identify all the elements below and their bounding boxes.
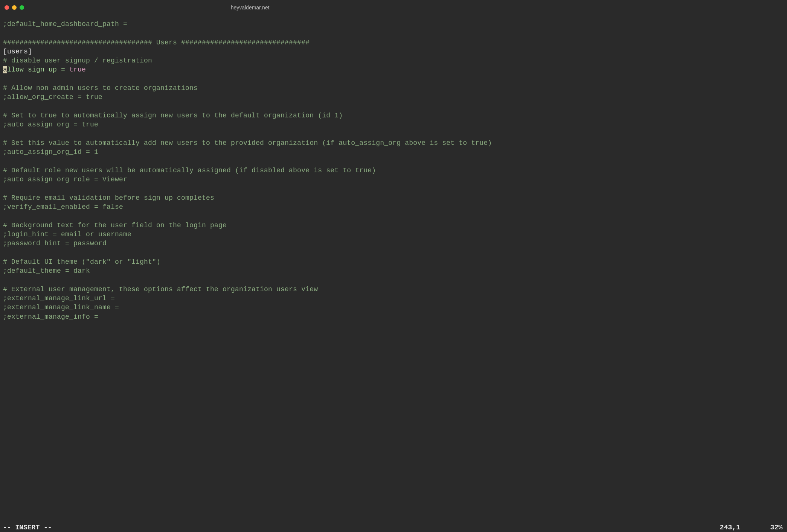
editor-line: ;allow_org_create = true (3, 93, 497, 102)
editor-line: ;auto_assign_org = true (3, 120, 497, 129)
editor-line (3, 211, 497, 220)
editor-line: [users] (3, 47, 497, 56)
editor-line: ;external_manage_link_name = (3, 303, 497, 312)
editor-line: ;external_manage_info = (3, 312, 497, 321)
editor-line: # Set this value to automatically add ne… (3, 138, 497, 147)
editor-line (3, 129, 497, 138)
editor-line (3, 102, 497, 111)
editor-line: ;auto_assign_org_id = 1 (3, 147, 497, 157)
editor-line (3, 275, 497, 284)
editor-line: ;external_manage_link_url = (3, 294, 497, 303)
editor-line: # Default UI theme ("dark" or "light") (3, 257, 497, 266)
editor-line (3, 29, 497, 38)
editor-line: ;auto_assign_org_role = Viewer (3, 175, 497, 184)
cursor: a (3, 66, 7, 73)
window-title: heyvaldemar.net (231, 5, 270, 11)
editor-line: ;verify_email_enabled = false (3, 202, 497, 211)
close-button[interactable] (5, 5, 9, 10)
editor-line: ;login_hint = email or username (3, 230, 497, 239)
editor-line: allow_sign_up = true (3, 65, 497, 74)
editor-line: # Allow non admin users to create organi… (3, 84, 497, 93)
editor-line: #################################### Use… (3, 38, 497, 47)
window-titlebar: heyvaldemar.net (0, 0, 500, 15)
editor-line: ;password_hint = password (3, 239, 497, 248)
editor-line: ;default_home_dashboard_path = (3, 20, 497, 29)
editor-line: # Require email validation before sign u… (3, 193, 497, 202)
editor-line: # Set to true to automatically assign ne… (3, 111, 497, 120)
editor-area[interactable]: ;default_home_dashboard_path = #########… (0, 15, 500, 326)
minimize-button[interactable] (12, 5, 17, 10)
editor-line (3, 248, 497, 257)
editor-line (3, 157, 497, 166)
editor-line: # disable user signup / registration (3, 56, 497, 65)
editor-line (3, 184, 497, 193)
editor-line: # Background text for the user field on … (3, 221, 497, 230)
editor-line: # External user management, these option… (3, 285, 497, 294)
editor-line: # Default role new users will be automat… (3, 166, 497, 175)
editor-line (3, 74, 497, 84)
editor-line: ;default_theme = dark (3, 266, 497, 275)
traffic-lights (5, 5, 24, 10)
maximize-button[interactable] (20, 5, 24, 10)
